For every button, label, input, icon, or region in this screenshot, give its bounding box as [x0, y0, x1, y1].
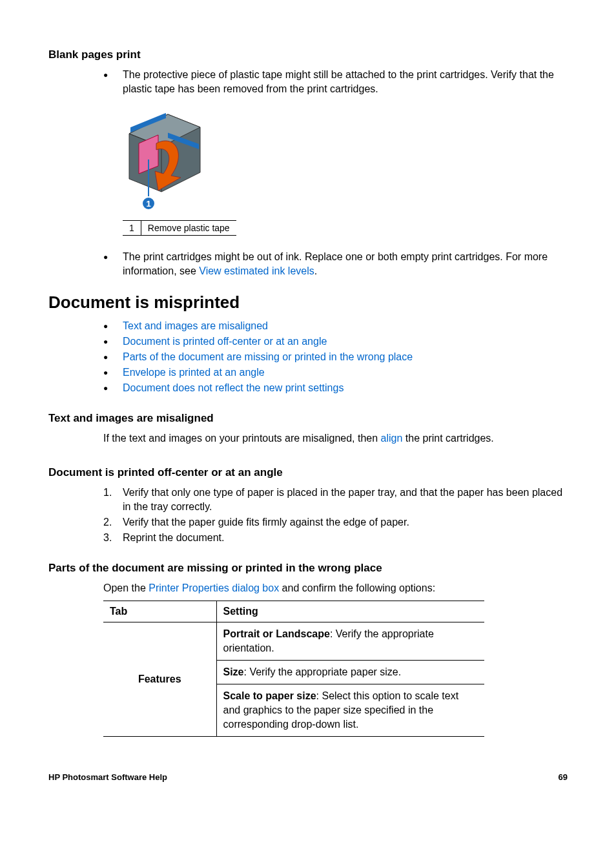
paragraph-parts-missing: Open the Printer Properties dialog box a…	[48, 581, 568, 595]
svg-text:1: 1	[146, 199, 150, 209]
bullet-out-of-ink: ● The print cartridges might be out of i…	[103, 250, 568, 278]
bullet-mark: ●	[103, 250, 123, 278]
step-3: 3. Reprint the document.	[103, 531, 568, 545]
footer-left: HP Photosmart Software Help	[48, 772, 167, 782]
footer-page-number: 69	[559, 772, 568, 782]
step-2: 2. Verify that the paper guide fits firm…	[103, 515, 568, 529]
heading-blank-pages: Blank pages print	[48, 48, 568, 61]
settings-table: Tab Setting Features Portrait or Landsca…	[103, 601, 484, 737]
link-envelope-angle[interactable]: ● Envelope is printed at an angle	[103, 365, 568, 380]
link-printer-properties[interactable]: Printer Properties dialog box	[149, 582, 279, 593]
bullet-mark: ●	[103, 68, 123, 96]
heading-off-center: Document is printed off-center or at an …	[48, 466, 568, 479]
heading-parts-missing: Parts of the document are missing or pri…	[48, 562, 568, 575]
link-ink-levels[interactable]: View estimated ink levels	[199, 265, 314, 276]
caption-num: 1	[123, 221, 141, 236]
page-footer: HP Photosmart Software Help 69	[48, 772, 568, 782]
bullet-text: The print cartridges might be out of ink…	[123, 250, 568, 278]
link-settings-not-reflected[interactable]: ● Document does not reflect the new prin…	[103, 381, 568, 395]
bullet-plastic-tape: ● The protective piece of plastic tape m…	[103, 68, 568, 96]
link-off-center[interactable]: ● Document is printed off-center or at a…	[103, 334, 568, 349]
col-setting: Setting	[216, 601, 484, 622]
link-align[interactable]: align	[381, 433, 403, 444]
figure-caption-table: 1 Remove plastic tape	[123, 220, 236, 236]
paragraph-misaligned: If the text and images on your printouts…	[48, 431, 568, 446]
heading-text-images-misaligned: Text and images are misaligned	[48, 412, 568, 425]
link-misaligned[interactable]: ● Text and images are misaligned	[103, 319, 568, 333]
tab-features: Features	[103, 622, 216, 737]
step-1: 1. Verify that only one type of paper is…	[103, 486, 568, 514]
link-parts-missing[interactable]: ● Parts of the document are missing or p…	[103, 350, 568, 364]
setting-scale: Scale to paper size: Select this option …	[216, 684, 484, 737]
cartridge-illustration: 1	[123, 108, 568, 214]
caption-text: Remove plastic tape	[141, 221, 236, 236]
col-tab: Tab	[103, 601, 216, 622]
setting-orientation: Portrait or Landscape: Verify the approp…	[216, 622, 484, 661]
bullet-text: The protective piece of plastic tape mig…	[123, 68, 568, 96]
heading-misprinted: Document is misprinted	[48, 293, 568, 313]
setting-size: Size: Verify the appropriate paper size.	[216, 661, 484, 684]
figure-cartridge-tape: 1 1 Remove plastic tape	[48, 108, 568, 236]
